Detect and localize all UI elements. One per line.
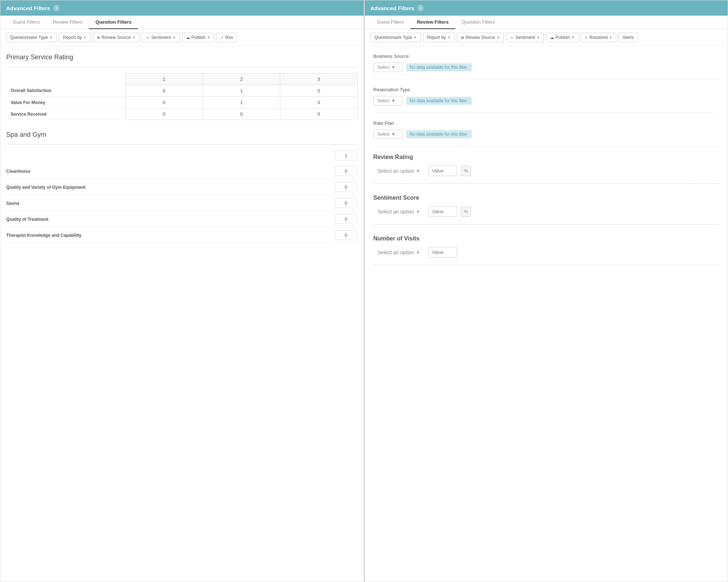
sentiment-score-section: Sentiment Score Select an option ▼ % [373,195,719,224]
left-info-icon[interactable]: i [53,5,60,11]
caret-icon: ▼ [609,36,612,39]
left-tab-question[interactable]: Question Filters [89,16,138,29]
row-label-overall: Overall Satisfaction [6,85,126,97]
filter-sentiment[interactable]: ☺ Sentiment ▼ [142,33,179,42]
right-tab-question[interactable]: Question Filters [455,16,502,29]
number-of-visits-value-input[interactable] [428,247,457,258]
cell-service-2[interactable]: 0 [203,108,280,120]
cell-value-3[interactable]: 0 [280,97,358,108]
right-filters-bar: Questionnaire Type ▼ Report by ▼ ⊕ Revie… [365,29,728,46]
caret-icon: ▼ [50,36,53,39]
business-source-title: Business Source [373,53,719,59]
review-rating-select[interactable]: Select an option ▼ [373,166,424,176]
rate-plan-no-data: No data available for this filter. [406,130,472,138]
caret-icon: ▼ [391,65,396,70]
col-header-3: 3 [280,73,358,85]
spa-value-cleanliness[interactable]: 0 [335,166,357,176]
sentiment-score-value-input[interactable] [428,206,457,217]
sentiment-score-select[interactable]: Select an option ▼ [373,207,424,217]
col-header-1: 1 [126,73,203,85]
filter-res[interactable]: ✓ Res [217,33,237,42]
rate-plan-row: Select ▼ No data available for this filt… [373,129,719,139]
sentiment-icon: ☺ [146,35,150,40]
spa-value-therapist[interactable]: 0 [335,230,357,240]
right-tab-guest[interactable]: Guest Filters [371,16,411,29]
right-tab-review[interactable]: Review Filters [410,16,455,29]
right-filter-resolved[interactable]: ✓ Resolved ▼ [581,33,616,42]
filter-review-source[interactable]: ⊕ Review Source ▼ [93,33,140,42]
right-title: Advanced Filters [371,5,415,11]
rss-icon: ⊕ [461,35,464,40]
filter-report-by[interactable]: Report by ▼ [59,33,91,42]
cloud-icon: ☁ [186,35,190,40]
check-icon: ✓ [221,35,224,40]
spa-col-1-header: 1 [335,151,357,160]
right-filter-alerts[interactable]: Alerts [618,33,638,42]
left-tab-guest[interactable]: Guest Filters [6,16,46,29]
reservation-type-section: Reservation Type Select ▼ No data availa… [373,87,719,113]
spa-label-cleanliness: Cleanliness [6,169,31,174]
cell-service-1[interactable]: 0 [126,108,203,120]
right-panel: Advanced Filters i Guest Filters Review … [364,0,728,582]
spa-row-treatment: Quality of Treatment 0 [6,211,358,227]
right-filter-questionnaire-type[interactable]: Questionnaire Type ▼ [371,33,421,42]
spa-label-therapist: Therapist Knowledge and Capability [6,233,82,238]
cell-overall-1[interactable]: 0 [126,85,203,97]
filter-publish[interactable]: ☁ Publish ▼ [182,33,214,42]
left-tabs: Guest Filters Review Filters Question Fi… [0,16,364,29]
caret-icon: ▼ [391,132,396,137]
rate-plan-select[interactable]: Select ▼ [373,129,403,139]
right-content: Business Source Select ▼ No data availab… [365,46,728,582]
caret-icon: ▼ [391,98,396,103]
primary-section-title: Primary Service Rating [6,53,358,61]
cell-overall-3[interactable]: 0 [280,85,358,97]
table-row: Service Received 0 0 0 [6,108,357,120]
number-of-visits-title: Number of Visits [373,235,719,242]
review-rating-section: Review Rating Select an option ▼ % [373,154,719,184]
right-filter-sentiment[interactable]: ☺ Sentiment ▼ [506,33,544,42]
left-panel: Advanced Filters i Guest Filters Review … [0,0,364,582]
left-tab-review[interactable]: Review Filters [46,16,89,29]
left-header: Advanced Filters i [0,0,364,16]
review-rating-row: Select an option ▼ % [373,166,719,176]
table-row: Value For Money 0 1 0 [6,97,357,108]
sentiment-score-title: Sentiment Score [373,195,719,201]
spa-value-gym[interactable]: 0 [335,182,357,192]
reservation-type-row: Select ▼ No data available for this filt… [373,96,719,105]
business-source-no-data: No data available for this filter. [406,63,472,71]
cell-service-3[interactable]: 0 [280,108,358,120]
spa-section: Spa and Gym 1 Cleanliness 0 Quality and … [6,131,358,243]
sentiment-icon: ☺ [510,35,514,40]
right-filter-publish[interactable]: ☁ Publish ▼ [546,33,578,42]
caret-icon: ▼ [571,36,574,39]
right-filter-review-source[interactable]: ⊕ Review Source ▼ [457,33,504,42]
caret-icon: ▼ [132,36,135,39]
reservation-type-select[interactable]: Select ▼ [373,96,403,105]
cell-value-2[interactable]: 1 [203,97,280,108]
right-info-icon[interactable]: i [417,5,424,11]
caret-icon: ▼ [496,36,500,39]
right-filter-report-by[interactable]: Report by ▼ [423,33,455,42]
check-icon: ✓ [585,35,588,40]
cloud-icon: ☁ [550,35,554,40]
spa-row-therapist: Therapist Knowledge and Capability 0 [6,227,358,243]
spa-row-sauna: Sauna 0 [6,195,358,211]
spa-value-treatment[interactable]: 0 [335,214,357,224]
business-source-row: Select ▼ No data available for this filt… [373,63,719,72]
rate-plan-title: Rate Plan [373,120,719,126]
number-of-visits-select[interactable]: Select an option ▼ [373,247,424,258]
filter-questionnaire-type[interactable]: Questionnaire Type ▼ [6,33,57,42]
spa-value-sauna[interactable]: 0 [335,198,357,208]
left-filters-bar: Questionnaire Type ▼ Report by ▼ ⊕ Revie… [0,29,364,46]
caret-icon: ▼ [173,36,176,39]
row-label-value: Value For Money [6,97,126,108]
spa-row-cleanliness: Cleanliness 0 [6,163,358,179]
caret-down-icon: ▼ [416,169,420,173]
business-source-select[interactable]: Select ▼ [373,63,403,72]
review-rating-value-input[interactable] [428,166,457,176]
cell-value-1[interactable]: 0 [126,97,203,108]
right-header: Advanced Filters i [365,0,728,16]
spa-label-treatment: Quality of Treatment [6,217,48,222]
caret-down-icon: ▼ [416,250,420,255]
cell-overall-2[interactable]: 1 [203,85,280,97]
